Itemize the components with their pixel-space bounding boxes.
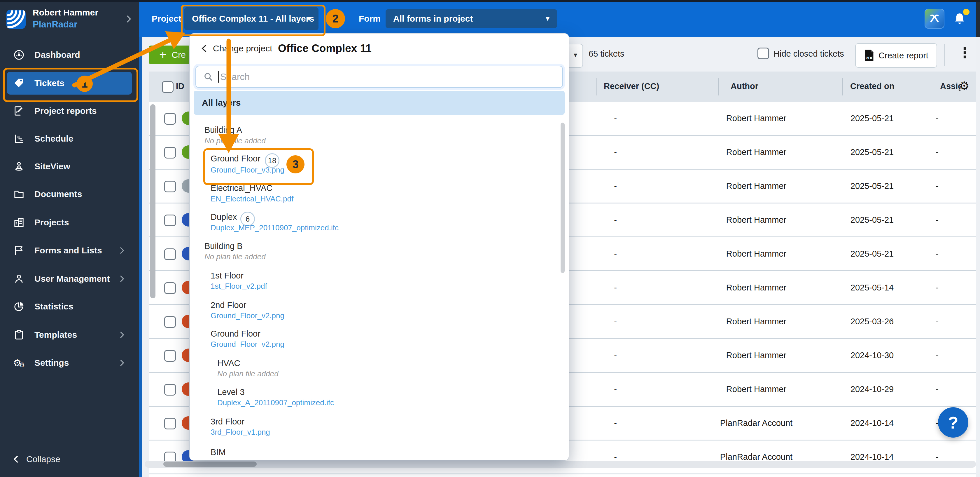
col-id[interactable]: ID [176, 81, 185, 91]
row-checkbox[interactable] [164, 316, 176, 328]
layer-item[interactable]: BIM [211, 448, 226, 457]
buildings-icon [13, 216, 25, 228]
row-checkbox[interactable] [164, 181, 176, 192]
col-assigned[interactable]: Assigne [940, 81, 961, 91]
user-company: PlanRadar [33, 19, 77, 30]
horizontal-scrollbar-thumb[interactable] [163, 461, 257, 467]
layer-group[interactable]: Building A [204, 125, 242, 135]
layer-item[interactable]: HVAC [217, 359, 240, 368]
pie-chart-icon [13, 300, 25, 313]
hide-closed-label: Hide closed tickets [773, 49, 844, 59]
cell-author: Robert Hammer [698, 249, 815, 258]
layer-file-link[interactable]: Ground_Floor_v2.png [211, 340, 285, 349]
row-checkbox[interactable] [164, 249, 176, 260]
collapse-sidebar-button[interactable]: Collapse [11, 454, 60, 464]
col-created[interactable]: Created on [850, 81, 894, 91]
layer-file-link[interactable]: Duplex_MEP_20110907_optimized.ifc [211, 223, 339, 232]
sidebar-item-schedule[interactable]: Schedule [5, 129, 134, 148]
row-checkbox[interactable] [164, 113, 176, 124]
sidebar-item-projects[interactable]: Projects [5, 214, 134, 231]
layer-item[interactable]: Level 3 [217, 388, 245, 397]
sidebar-item-dashboard[interactable]: Dashboard [5, 46, 134, 64]
sidebar-edge-strip [139, 37, 142, 477]
select-all-checkbox[interactable] [162, 81, 173, 93]
row-checkbox[interactable] [164, 418, 176, 429]
row-checkbox[interactable] [164, 384, 176, 396]
sidebar-item-label: Statistics [34, 302, 73, 311]
sidebar-item-label: Tickets [34, 78, 64, 88]
layer-item[interactable]: Ground Floor [211, 329, 261, 339]
cell-receiver: - [586, 283, 644, 292]
tickets-count: 65 tickets [589, 49, 624, 59]
planradar-app: Robert Hammer PlanRadar Dashboard Ticket… [0, 0, 980, 477]
cell-created: 2025-05-21 [828, 249, 916, 258]
dashboard-icon [13, 49, 25, 61]
sidebar-item-label: Dashboard [34, 50, 80, 60]
tickets-tag-icon [13, 77, 25, 89]
create-report-button[interactable]: PDF Create report [855, 43, 937, 68]
horizontal-scrollbar-track[interactable] [145, 461, 976, 467]
planradar-connect-button[interactable] [924, 9, 944, 29]
sidebar-item-user-management[interactable]: User Management [5, 270, 134, 288]
col-receiver[interactable]: Receiver (CC) [604, 81, 659, 91]
col-author[interactable]: Author [731, 81, 758, 91]
sidebar-item-project-reports[interactable]: Project reports [5, 102, 134, 120]
page-scrollbar-gutter[interactable] [976, 37, 980, 477]
layer-item[interactable]: 2nd Floor [211, 300, 247, 310]
row-checkbox[interactable] [164, 350, 176, 362]
folder-icon [13, 188, 25, 200]
change-project-label: Change project [213, 43, 272, 53]
column-settings-gear-icon[interactable]: ⚙ [959, 79, 969, 93]
all-layers-option[interactable]: All layers [194, 91, 565, 115]
layer-group[interactable]: Building B [204, 241, 243, 251]
cell-assigned: - [908, 317, 966, 326]
layer-search-input[interactable]: Search [196, 66, 563, 88]
more-options-kebab-icon[interactable]: ⋮ [958, 45, 972, 61]
layer-file-link[interactable]: 1st_Floor_v2.pdf [211, 282, 267, 291]
row-checkbox[interactable] [164, 215, 176, 226]
cell-assigned: - [908, 283, 966, 292]
sidebar-item-siteview[interactable]: SiteView [5, 157, 134, 175]
table-row[interactable] [149, 474, 976, 477]
layer-item[interactable]: Duplex [211, 212, 237, 222]
cell-created: 2025-05-14 [828, 283, 916, 292]
change-project-link[interactable]: Change project [199, 43, 272, 53]
layer-item[interactable]: 3rd Floor [211, 417, 244, 426]
layer-file-link[interactable]: 3rd_Floor_v1.png [211, 428, 270, 437]
layer-item[interactable]: 1st Floor [211, 271, 243, 281]
cell-assigned: - [908, 215, 966, 225]
caret-down-icon: ▾ [574, 51, 577, 59]
form-dropdown[interactable]: All forms in project ▾ [386, 10, 557, 28]
table-vertical-scrollbar[interactable] [150, 104, 156, 298]
layer-file-link[interactable]: Ground_Floor_v2.png [211, 311, 285, 320]
user-name: Robert Hammer [33, 8, 98, 18]
flag-icon [13, 244, 25, 257]
sidebar-item-settings[interactable]: ⚙⚙ Settings [5, 354, 134, 372]
sidebar-item-tickets[interactable]: Tickets [7, 72, 132, 94]
cell-receiver: - [586, 317, 644, 326]
clipboard-icon [13, 329, 25, 341]
collapse-label: Collapse [26, 454, 60, 464]
notification-dot [963, 9, 969, 15]
schedule-chart-icon [13, 132, 25, 145]
cell-created: 2025-03-26 [828, 317, 916, 326]
user-expand-chevron-icon[interactable] [124, 14, 134, 24]
sidebar-item-statistics[interactable]: Statistics [5, 297, 134, 316]
sidebar-item-documents[interactable]: Documents [5, 185, 134, 203]
cell-created: 2024-10-14 [828, 418, 916, 428]
panel-scrollbar[interactable] [561, 123, 565, 273]
chevron-right-icon [117, 358, 127, 367]
hide-closed-checkbox[interactable] [757, 48, 769, 59]
layer-file-link[interactable]: Duplex_A_20110907_optimized.ifc [217, 398, 334, 407]
cell-assigned: - [908, 181, 966, 191]
project-label: Project [152, 14, 181, 24]
sidebar-item-label: SiteView [34, 161, 70, 171]
layer-file-link[interactable]: EN_Electrical_HVAC.pdf [211, 195, 293, 203]
sidebar-item-label: Project reports [34, 106, 97, 116]
sidebar-item-label: Projects [34, 217, 69, 227]
sidebar-item-templates[interactable]: Templates [5, 326, 134, 344]
row-checkbox[interactable] [164, 147, 176, 158]
row-checkbox[interactable] [164, 282, 176, 294]
help-button[interactable]: ? [938, 407, 968, 437]
sidebar-item-forms-and-lists[interactable]: Forms and Lists [5, 241, 134, 260]
